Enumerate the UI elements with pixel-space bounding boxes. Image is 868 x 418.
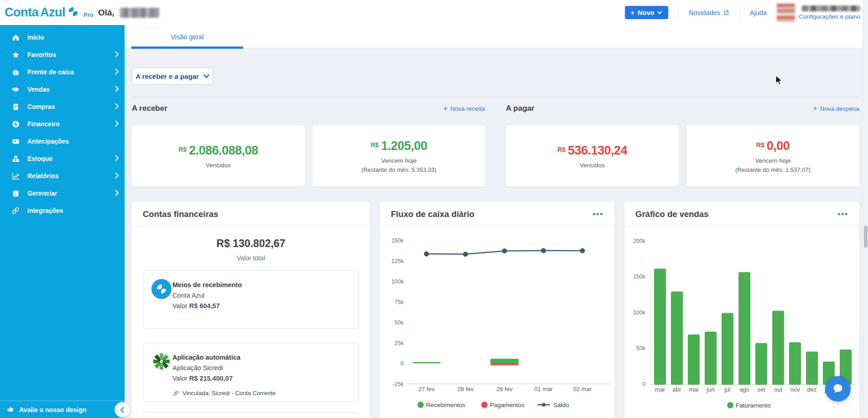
chat-widget-button[interactable] (825, 376, 851, 402)
scrollbar-track[interactable] (863, 0, 868, 418)
svg-text:25k: 25k (395, 340, 404, 346)
sidebar-collapse-button[interactable] (114, 402, 130, 418)
logo-word-conta: Conta (5, 5, 38, 20)
link-icon (11, 206, 20, 215)
sidebar-item-label: Relatórios (27, 172, 58, 180)
config-link[interactable]: Configurações e plano (799, 13, 860, 20)
more-options-icon[interactable]: ••• (593, 212, 603, 217)
header-separator (678, 7, 679, 19)
section-divider (132, 97, 859, 97)
receivables-title: A receber (132, 104, 167, 113)
chevron-right-icon (115, 103, 119, 111)
sidebar-item-integracoes[interactable]: Integrações (0, 202, 125, 219)
sales-widget: Gráfico de vendas ••• 200k150k100k50k0ma… (624, 202, 859, 418)
nova-despesa-button[interactable]: + Nova despesa (813, 104, 859, 113)
scrollbar-thumb[interactable] (864, 226, 868, 248)
sidebar-item-label: Financeiro (27, 120, 60, 128)
account-name-redacted (802, 5, 860, 11)
svg-text:jul: jul (724, 386, 730, 393)
sidebar-item-relatorios[interactable]: Relatórios (0, 167, 125, 185)
svg-text:150k: 150k (391, 237, 404, 244)
payables-overdue-card: R$536.130,24Vencidos (506, 125, 679, 186)
ajuda-link[interactable]: Ajuda (750, 9, 767, 16)
svg-text:200k: 200k (633, 238, 646, 244)
cashflow-widget: Fluxo de caixa diário ••• 150k125k100k75… (380, 202, 614, 418)
thumbs-up-icon (6, 405, 15, 414)
chevron-right-icon (115, 51, 119, 59)
clipboard-icon (11, 189, 20, 198)
sidebar-item-label: Gerenciar (27, 190, 57, 197)
sidebar-item-label: Frente de caixa (27, 68, 74, 76)
tab-active-underline (131, 46, 243, 49)
mouse-cursor (775, 75, 785, 88)
sales-widget-title: Gráfico de vendas (635, 209, 708, 219)
logo-word-azul: Azul (40, 5, 65, 20)
svg-text:dez: dez (807, 386, 817, 393)
handshake-icon (11, 85, 20, 94)
card-amount: 0,00 (767, 139, 790, 153)
accounts-total-label: Valor total (132, 254, 370, 262)
svg-text:27 fev: 27 fev (418, 386, 435, 392)
account-name: Aplicação automática (172, 352, 275, 363)
svg-text:75k: 75k (395, 299, 404, 305)
sidebar-item-favoritos[interactable]: Favoritos (0, 46, 125, 63)
account-card-partial[interactable] (143, 412, 359, 418)
novo-button[interactable]: + Novo (625, 6, 669, 19)
sidebar-item-antecipacoes[interactable]: Antecipações (0, 133, 125, 150)
sidebar-item-compras[interactable]: Compras (0, 98, 125, 115)
sidebar-item-label: Vendas (27, 86, 50, 93)
contaazul-logo (151, 279, 172, 299)
tab-visao-geral[interactable]: Visão geral (131, 25, 243, 48)
accounts-total-value: R$ 130.802,67 (132, 237, 370, 250)
svg-text:mai: mai (689, 386, 699, 393)
svg-text:29 fev: 29 fev (496, 386, 513, 392)
home-icon (11, 33, 20, 42)
currency-symbol: R$ (178, 146, 187, 153)
account-institution: Conta Azul (172, 290, 242, 301)
sidebar: InícioFavoritosFrente de caixaVendasComp… (0, 25, 125, 418)
svg-text:$: $ (14, 121, 17, 127)
svg-text:100k: 100k (633, 310, 646, 316)
sicredi-logo (151, 351, 172, 372)
chevron-down-icon (657, 11, 662, 15)
svg-text:02 mar: 02 mar (573, 386, 592, 392)
card-label: Vencidos (580, 162, 605, 169)
svg-text:50k: 50k (636, 345, 646, 351)
account-card-meios-de-recebimento[interactable]: Meios de recebimentoConta AzulValor R$ 6… (143, 270, 359, 329)
account-institution: Aplicação Sicredi (172, 363, 275, 373)
account-value: Valor R$ 215.400,07 (172, 373, 275, 384)
card-sublabel: (Restante do mês: 5.353,33) (361, 166, 437, 173)
contaazul-logo[interactable]: Conta Azul Pro (5, 0, 94, 25)
plus-icon: + (443, 104, 447, 113)
accounts-widget-title: Contas financeiras (143, 209, 218, 219)
sidebar-item-label: Integrações (27, 207, 63, 214)
account-card-aplicacao-automatica[interactable]: Aplicação automáticaAplicação SicrediVal… (143, 343, 359, 402)
more-options-icon[interactable]: ••• (837, 212, 848, 217)
sidebar-item-inicio[interactable]: Início (0, 29, 125, 46)
payables-title: A pagar (506, 104, 535, 113)
sidebar-item-estoque[interactable]: Estoque (0, 150, 125, 167)
svg-text:0: 0 (642, 381, 645, 387)
sidebar-footer-rate-design[interactable]: Avalie o nosso design (0, 401, 125, 418)
payables-due-today-card: R$0,00Vencem hoje(Restante do mês: 1.537… (686, 125, 859, 186)
greeting: Olá, (98, 0, 159, 25)
chevron-right-icon (115, 86, 119, 93)
chevron-left-icon (120, 407, 125, 413)
svg-text:50k: 50k (395, 320, 404, 326)
sidebar-item-label: Antecipações (27, 138, 69, 145)
account-menu[interactable]: Configurações e plano (777, 4, 860, 22)
svg-text:28 fev: 28 fev (457, 386, 474, 392)
avatar[interactable] (777, 4, 795, 22)
card-amount: 536.130,24 (568, 144, 627, 158)
svg-text:Saldo: Saldo (553, 402, 569, 408)
account-linked: Vinculada: Sicredi - Conta Corrente (172, 388, 275, 398)
novidades-link[interactable]: Novidades (689, 9, 729, 16)
sidebar-item-vendas[interactable]: Vendas (0, 81, 125, 98)
nova-receita-button[interactable]: + Nova receita (443, 104, 485, 113)
sidebar-item-financeiro[interactable]: $Financeiro (0, 115, 125, 133)
sidebar-item-gerenciar[interactable]: Gerenciar (0, 185, 125, 202)
card-sublabel: (Restante do mês: 1.537,07) (735, 166, 811, 173)
cashflow-chart: 150k125k100k75k50k25k0-25k27 fev28 fev29… (380, 227, 614, 418)
filter-dropdown[interactable]: A receber e a pagar (132, 67, 213, 85)
sidebar-item-frente-de-caixa[interactable]: Frente de caixa (0, 63, 125, 81)
